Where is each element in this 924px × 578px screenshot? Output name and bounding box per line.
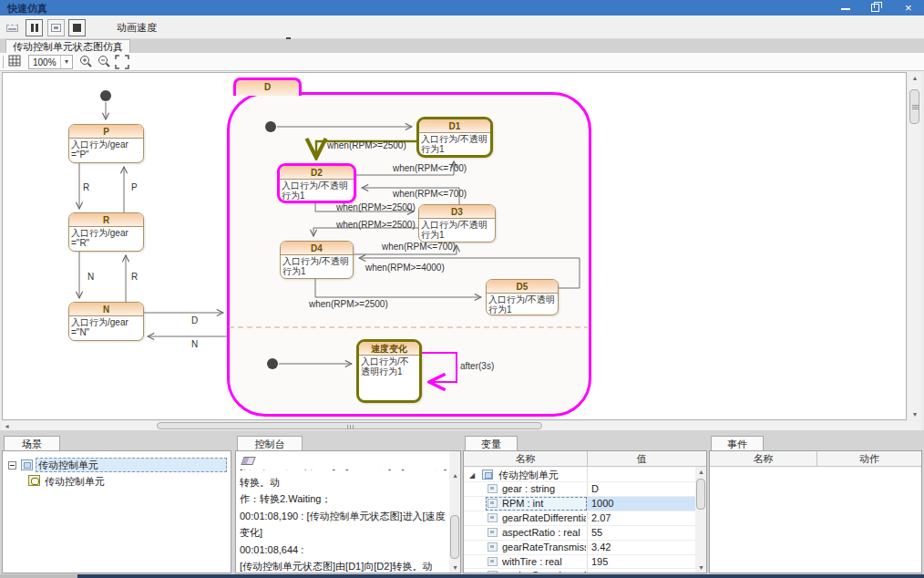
variables-table-header: 名称 值 (464, 451, 706, 467)
tree-item-transmission-unit[interactable]: 传动控制单元 (36, 458, 227, 472)
state-N[interactable]: N 入口行为/gear="N" (68, 302, 144, 341)
pause-button[interactable] (26, 19, 43, 36)
state-D3[interactable]: D3 入口行为/不透明行为1 (418, 204, 496, 243)
variable-row-rpm[interactable]: RPM : int 1000 (464, 497, 706, 511)
transition-label: P (131, 182, 138, 192)
log-line: [传动控制单元状态图]由[D1]向[D2]转换。动作：转换2.C (240, 558, 447, 572)
vscrollbar-thumb[interactable] (909, 89, 919, 124)
zoom-in-icon (78, 55, 93, 69)
variable-row-root[interactable]: ◢ 传动控制单元 (464, 468, 706, 482)
grid-button[interactable] (8, 55, 24, 69)
state-D1[interactable]: D1 入口行为/不透明行为1 (416, 117, 493, 158)
events-panel: 名称 动作 (709, 450, 922, 573)
close-button[interactable]: × (898, 0, 924, 15)
step-icon (51, 24, 61, 32)
fit-to-window-button[interactable] (115, 55, 130, 69)
console-scrollbar[interactable]: ▴ ▾ (449, 451, 461, 573)
transition-label: N (87, 272, 94, 282)
bottom-strip (0, 574, 77, 578)
state-speed-change[interactable]: 速度变化 入口行为/不透明行为1 (356, 339, 422, 403)
state-D5[interactable]: D5 入口行为/不透明行为1 (486, 279, 559, 315)
step-button[interactable] (47, 19, 65, 36)
log-line: 00:01:08,644 : (240, 542, 447, 559)
column-action[interactable]: 动作 (817, 451, 921, 467)
variable-icon (488, 571, 498, 573)
zoom-in-button[interactable] (78, 55, 94, 69)
tree-expanded-icon[interactable]: ◢ (469, 471, 475, 480)
variables-panel: 名称 值 ◢ 传动控制单元 gear : string D (463, 450, 707, 573)
variable-icon (488, 542, 498, 552)
scroll-up-icon[interactable]: ▴ (695, 468, 707, 476)
scroll-down-icon[interactable]: ▾ (449, 563, 461, 572)
run-icon (6, 25, 18, 32)
console-log[interactable]: [传动控制单元状态图]由[速度变化]向[速度变化]转换。动 作：转换2.Wait… (240, 470, 447, 572)
tab-variables[interactable]: 变量 (465, 436, 518, 451)
canvas-toolbar: 100% ▾ (0, 53, 924, 71)
console-panel: [传动控制单元状态图]由[速度变化]向[速度变化]转换。动 作：转换2.Wait… (235, 450, 461, 573)
animation-speed-label: 动画速度 (117, 21, 157, 35)
log-line: 00:01:08,190 : [传动控制单元状态图]进入[速度变化] (240, 508, 447, 542)
variable-row-engineSpeed[interactable]: engineSpeed : real (464, 569, 706, 573)
variables-scrollbar[interactable]: ▴ ▾ (695, 467, 707, 573)
column-name[interactable]: 名称 (464, 451, 587, 467)
variable-row-gearRateTransmission[interactable]: gearRateTransmissi... 3.42 (464, 541, 706, 555)
transition-label: when(RPM>=4000) (365, 263, 445, 273)
tab-events[interactable]: 事件 (711, 436, 764, 451)
tree-item-transmission-unit-child[interactable]: 传动控制单元 (45, 475, 105, 489)
block-icon (21, 459, 33, 470)
variable-row-gearRateDifferential[interactable]: gearRateDifferential... 2.07 (464, 511, 706, 526)
zoom-level-select[interactable]: 100% ▾ (28, 55, 73, 69)
run-button[interactable] (4, 19, 21, 36)
console-scrollbar-thumb[interactable] (450, 515, 459, 559)
variables-scrollbar-thumb[interactable] (696, 479, 705, 510)
scroll-left-icon[interactable]: ◂ (3, 422, 11, 430)
tab-scene[interactable]: 场景 (4, 436, 60, 451)
transition-label: when(RPM<=700) (393, 189, 467, 199)
clear-console-icon[interactable] (241, 457, 255, 465)
column-value[interactable]: 值 (588, 451, 695, 467)
diagram-tabbar: 传动控制单元状态图仿真 (0, 39, 924, 53)
scene-panel: 传动控制单元 传动控制单元 (2, 450, 231, 573)
zoom-out-button[interactable] (97, 55, 112, 69)
transition-after-3s-self (422, 353, 457, 382)
transition-label: R (83, 182, 89, 192)
window-title: 快速仿真 (7, 2, 47, 15)
simulation-toolbar: 动画速度 (0, 15, 924, 39)
transition-label: R (131, 272, 138, 282)
zoom-level-value: 100% (33, 57, 56, 67)
scroll-up-icon[interactable]: ▴ (909, 74, 921, 82)
stop-icon (73, 24, 81, 32)
statechart-canvas[interactable]: D (2, 72, 907, 420)
transition-D4-to-D5 (315, 279, 481, 297)
canvas-vscrollbar[interactable]: ▴ ▾ (909, 72, 921, 420)
grid-icon (8, 55, 22, 67)
state-R[interactable]: R 入口行为/gear="R" (68, 212, 144, 252)
state-D2[interactable]: D2 入口行为/不透明行为1 (277, 163, 356, 203)
scroll-down-icon[interactable]: ▾ (909, 410, 921, 418)
close-icon: × (905, 1, 912, 15)
maximize-button[interactable] (862, 0, 889, 15)
state-P[interactable]: P 入口行为/gear="P" (68, 124, 144, 163)
transition-label: N (191, 339, 198, 349)
toolbar-separator (3, 56, 4, 68)
transition-label: after(3s) (460, 361, 494, 371)
chevron-down-icon[interactable]: ▾ (60, 56, 72, 68)
stop-button[interactable] (68, 19, 86, 36)
scroll-down-icon[interactable]: ▾ (695, 563, 707, 572)
initial-state-icon (265, 121, 276, 132)
tree-collapse-icon[interactable] (8, 461, 16, 470)
variable-row-gear[interactable]: gear : string D (464, 482, 706, 497)
log-line: [传动控制单元状态图]由[速度变化]向[速度变化]转换。动 (240, 470, 447, 490)
variable-icon (488, 513, 498, 522)
canvas-hscrollbar[interactable]: ◂ (2, 421, 921, 430)
transition-label: when(RPM<=700) (382, 242, 456, 252)
state-D4[interactable]: D4 入口行为/不透明行为1 (280, 241, 354, 279)
tab-console[interactable]: 控制台 (237, 436, 303, 451)
tab-statechart-simulation[interactable]: 传动控制单元状态图仿真 (5, 39, 130, 53)
transition-label: when(RPM>=2500) (327, 140, 406, 150)
scroll-up-icon[interactable]: ▴ (449, 471, 461, 480)
hscrollbar-thumb[interactable] (157, 422, 542, 429)
minimize-button[interactable] (832, 0, 859, 15)
variable-row-aspectRatio[interactable]: aspectRatio : real 55 (464, 526, 706, 541)
column-name[interactable]: 名称 (710, 451, 816, 467)
